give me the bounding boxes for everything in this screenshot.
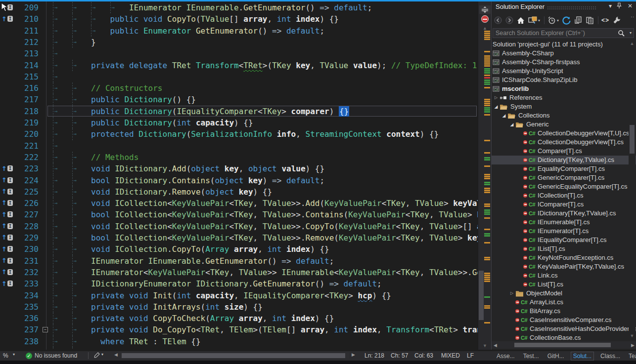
editor-scrollbar-thumb[interactable] bbox=[479, 271, 484, 320]
tree-vertical-scrollbar[interactable]: ▲ ▼ bbox=[629, 40, 636, 340]
editor-hscrollbar-thumb[interactable] bbox=[122, 353, 345, 358]
brush-caret-icon[interactable]: ▾ bbox=[101, 352, 103, 357]
tree-item-system[interactable]: ◢System bbox=[492, 102, 636, 111]
implements-member-gutter-icon[interactable]: ↑I bbox=[1, 164, 13, 172]
collapse-all-icon[interactable] bbox=[574, 16, 582, 25]
tree-item-ilist-t-cs[interactable]: C#IList[T].cs bbox=[492, 244, 636, 253]
code-line-218[interactable]: 218→→public Dictionary(IEqualityComparer… bbox=[0, 106, 478, 117]
code-line-209[interactable]: ↑I209→→→→IEnumerator IEnumerable.GetEnum… bbox=[0, 2, 478, 13]
tree-item-equalitycomparer-t-cs[interactable]: C#EqualityComparer[T].cs bbox=[492, 164, 636, 173]
tree-item-link-cs[interactable]: C#Link.cs bbox=[492, 271, 636, 280]
code-editor[interactable]: ↑I209→→→→IEnumerator IEnumerable.GetEnum… bbox=[0, 0, 478, 350]
code-line-232[interactable]: ↑I232→→IEnumerator<KeyValuePair<TKey, TV… bbox=[0, 267, 478, 278]
show-all-files-icon[interactable] bbox=[586, 16, 594, 25]
view-code-icon[interactable]: <> bbox=[601, 16, 609, 25]
tree-item-assembly-csharp[interactable]: C#Assembly-CSharp bbox=[492, 49, 636, 58]
search-options-caret-icon[interactable]: ▾ bbox=[630, 31, 632, 35]
expander-expanded-icon[interactable]: ◢ bbox=[500, 111, 507, 120]
code-line-214[interactable]: 214→→private delegate TRet Transform<TRe… bbox=[0, 60, 478, 71]
tree-item-icsharpcode-sharpziplib[interactable]: C#ICSharpCode.SharpZipLib bbox=[492, 76, 636, 84]
toolbar-overflow-icon[interactable]: .. bbox=[631, 13, 635, 18]
code-line-211[interactable]: 211→→→public Enumerator GetEnumerator() … bbox=[0, 25, 478, 37]
solution-explorer-titlebar[interactable]: Solution Explorer ▾ ✕ bbox=[492, 1, 636, 12]
window-position-caret-icon[interactable]: ▾ bbox=[606, 2, 614, 9]
tree-item-objectmodel[interactable]: ▷ObjectModel bbox=[492, 289, 636, 298]
tree-item-mscorlib[interactable]: C#mscorlib bbox=[492, 84, 636, 93]
code-line-231[interactable]: ↑I231→→IEnumerator IEnumerable.GetEnumer… bbox=[0, 255, 478, 267]
tree-item-genericcomparer-t-cs[interactable]: C#GenericComparer[T].cs bbox=[492, 173, 636, 182]
tree-item-caseinsensitivehashcodeprovider-cs[interactable]: C#CaseInsensitiveHashCodeProvider.cs bbox=[492, 324, 636, 333]
tree-scroll-left-icon[interactable]: ◀ bbox=[494, 343, 497, 348]
tree-item-generic[interactable]: ◢Generic bbox=[492, 120, 636, 129]
code-line-239[interactable]: 239→→private static KeyValuePair<TKey, T… bbox=[0, 347, 478, 350]
tool-window-tab-tea[interactable]: Tea... bbox=[627, 352, 636, 360]
pending-changes-filter-icon[interactable]: ▾ bbox=[547, 16, 559, 25]
expander-expanded-icon[interactable]: ◢ bbox=[493, 102, 500, 111]
tool-window-tab-asse[interactable]: Asse... bbox=[495, 352, 517, 360]
tree-item-references[interactable]: ▷References bbox=[492, 93, 636, 102]
tree-scroll-up-icon[interactable]: ▲ bbox=[629, 41, 636, 46]
tree-item-genericequalitycomparer-t-cs[interactable]: C#GenericEqualityComparer[T].cs bbox=[492, 182, 636, 191]
pin-icon[interactable] bbox=[616, 2, 624, 9]
back-icon[interactable] bbox=[494, 16, 502, 25]
code-line-234[interactable]: 234→→private void Init(int capacity, IEq… bbox=[0, 290, 478, 301]
code-line-230[interactable]: ↑I230→→void ICollection.CopyTo(Array arr… bbox=[0, 243, 478, 255]
implements-member-gutter-icon[interactable]: ↑I bbox=[1, 234, 13, 242]
tree-item-dictionary-tkey-tvalue-cs[interactable]: C#Dictionary[TKey,TValue].cs bbox=[492, 156, 636, 164]
tree-item-idictionary-tkey-tvalue-cs[interactable]: C#IDictionary[TKey,TValue].cs bbox=[492, 209, 636, 218]
tree-item-iequalitycomparer-t-cs[interactable]: C#IEqualityComparer[T].cs bbox=[492, 236, 636, 244]
tool-window-tab-test[interactable]: Test... bbox=[521, 352, 541, 360]
expander-collapsed-icon[interactable]: ▷ bbox=[508, 289, 515, 298]
code-line-236[interactable]: 236→→private void CopyToCheck(Array arra… bbox=[0, 313, 478, 324]
implements-member-gutter-icon[interactable]: ↑I bbox=[1, 222, 13, 230]
tree-item-assembly-csharp-firstpass[interactable]: C#Assembly-CSharp-firstpass bbox=[492, 58, 636, 67]
tree-item-icollection-t-cs[interactable]: C#ICollection[T].cs bbox=[492, 191, 636, 200]
implements-member-gutter-icon[interactable]: ↑I bbox=[1, 268, 13, 276]
scroll-down-arrow-icon[interactable]: ▼ bbox=[478, 343, 492, 348]
home-icon[interactable] bbox=[517, 16, 525, 25]
tree-item-collectiondebuggerview-t-u-cs[interactable]: C#CollectionDebuggerView[T,U].cs bbox=[492, 129, 636, 138]
implements-member-gutter-icon[interactable]: ↑I bbox=[1, 280, 13, 287]
implements-member-gutter-icon[interactable]: ↑I bbox=[1, 176, 13, 184]
tree-scroll-right-icon[interactable]: ▶ bbox=[631, 343, 635, 348]
implements-member-gutter-icon[interactable]: ↑I bbox=[1, 257, 13, 265]
status-indentation-mode[interactable]: MIXED bbox=[441, 352, 460, 359]
expander-expanded-icon[interactable]: ◢ bbox=[508, 120, 515, 129]
code-line-216[interactable]: 216→→// Constructors bbox=[0, 82, 478, 94]
status-character[interactable]: Ch: 57 bbox=[391, 352, 408, 359]
code-line-210[interactable]: ↑I210→→→public void CopyTo(TValue[] arra… bbox=[0, 13, 478, 25]
status-column[interactable]: Col: 63 bbox=[414, 352, 433, 359]
search-input[interactable]: Search Solution Explorer (Ctrl+¨) ▾ bbox=[493, 28, 634, 38]
file-analysis-error-indicator[interactable] bbox=[481, 15, 489, 23]
code-line-212[interactable]: 212→→} bbox=[0, 37, 478, 48]
code-line-213[interactable]: 213→ bbox=[0, 48, 478, 59]
code-line-217[interactable]: 217→→public Dictionary() {} bbox=[0, 94, 478, 105]
tree-horizontal-scrollbar[interactable]: ◀ ▶ bbox=[492, 341, 636, 349]
implements-member-gutter-icon[interactable]: ↑I bbox=[1, 210, 13, 218]
editor-horizontal-scrollbar[interactable] bbox=[121, 353, 349, 359]
tree-item-bitarray-cs[interactable]: C#BitArray.cs bbox=[492, 307, 636, 316]
implements-member-gutter-icon[interactable]: ↑I bbox=[1, 15, 13, 23]
expander-collapsed-icon[interactable]: ▷ bbox=[493, 93, 500, 102]
sync-with-active-document-icon[interactable] bbox=[562, 16, 571, 25]
implements-member-gutter-icon[interactable]: ↑I bbox=[1, 188, 13, 196]
fold-collapse-button[interactable]: − bbox=[43, 327, 48, 332]
tree-item-arraylist-cs[interactable]: C#ArrayList.cs bbox=[492, 298, 636, 307]
code-line-219[interactable]: 219→→public Dictionary(int capacity) {} bbox=[0, 117, 478, 128]
code-line-221[interactable]: 221→ bbox=[0, 140, 478, 152]
tree-scrollbar-thumb[interactable] bbox=[630, 125, 635, 154]
highlight-brush-icon[interactable] bbox=[93, 352, 100, 359]
zoom-control[interactable]: % bbox=[3, 352, 8, 359]
status-line-ending[interactable]: LF bbox=[467, 352, 474, 359]
tree-item-collectiondebuggerview-t-cs[interactable]: C#CollectionDebuggerView[T].cs bbox=[492, 138, 636, 147]
close-icon[interactable]: ✕ bbox=[626, 2, 634, 9]
tree-item-keynotfoundexception-cs[interactable]: C#KeyNotFoundException.cs bbox=[492, 253, 636, 262]
tree-item-caseinsensitivecomparer-cs[interactable]: C#CaseInsensitiveComparer.cs bbox=[492, 316, 636, 324]
editor-splitter-handle[interactable] bbox=[479, 5, 491, 14]
code-line-228[interactable]: ↑I228→→void ICollection<KeyValuePair<TKe… bbox=[0, 221, 478, 232]
hscroll-left-icon[interactable]: ◀ bbox=[114, 352, 118, 357]
code-line-224[interactable]: ↑I224→→bool IDictionary.Contains(object … bbox=[0, 175, 478, 186]
tree-hscrollbar-thumb[interactable] bbox=[514, 343, 611, 347]
code-line-233[interactable]: ↑I233→→IDictionaryEnumerator IDictionary… bbox=[0, 278, 478, 289]
editor-vertical-scrollbar[interactable]: ▲ ▼ bbox=[478, 0, 491, 350]
